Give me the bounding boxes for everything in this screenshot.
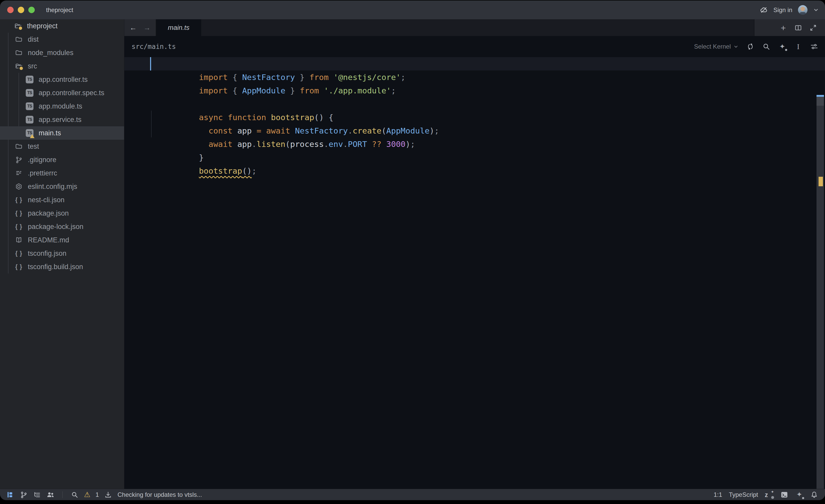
collaboration-icon[interactable]: [46, 491, 55, 499]
sidebar-item-tsconfig[interactable]: { } tsconfig.json: [0, 247, 124, 260]
divider: [62, 491, 63, 498]
git-branch-icon: [15, 156, 23, 164]
edit-prediction-icon[interactable]: z ✦: [765, 491, 773, 499]
download-icon: [104, 491, 112, 499]
typescript-file-icon: TS: [26, 76, 33, 83]
code-line[interactable]: import { AppModule } from './app.module'…: [124, 71, 825, 84]
typescript-file-icon: TS: [26, 89, 33, 97]
sidebar-item-main-ts[interactable]: TS main.ts: [0, 126, 124, 140]
code-line[interactable]: import { NestFactory } from '@nestjs/cor…: [124, 57, 825, 71]
warning-underline: bootstrap(): [199, 166, 252, 175]
sidebar-item-app-service[interactable]: TS app.service.ts: [0, 113, 124, 126]
tab-bar: ← → main.ts +: [124, 19, 825, 36]
cursor-position[interactable]: 1:1: [714, 491, 722, 498]
indent-guide: [151, 111, 152, 138]
ibeam-cursor-icon[interactable]: I: [794, 43, 802, 51]
project-root-label: theproject: [27, 22, 58, 30]
git-branch-icon[interactable]: [19, 491, 28, 499]
json-icon: { }: [15, 263, 23, 271]
scrollbar[interactable]: [817, 95, 824, 489]
inline-assist-icon[interactable]: ✦: [778, 43, 786, 51]
editor-controls-icon[interactable]: [810, 43, 818, 51]
sidebar-item-node-modules[interactable]: node_modules: [0, 46, 124, 60]
sidebar-item-eslint-config[interactable]: eslint.config.mjs: [0, 180, 124, 193]
zoom-window-button[interactable]: [28, 7, 35, 13]
sidebar-item-dist[interactable]: dist: [0, 33, 124, 46]
avatar[interactable]: [798, 5, 808, 15]
typescript-file-icon: TS: [26, 116, 33, 123]
warning-count[interactable]: 1: [95, 491, 99, 498]
git-modified-triangle: [30, 134, 34, 138]
sidebar-item-readme[interactable]: README.md: [0, 233, 124, 247]
git-modified-dot: [18, 66, 24, 71]
scrollbar-warning-marker: [819, 177, 823, 186]
project-panel-toggle-icon[interactable]: [6, 491, 14, 499]
sign-in-button[interactable]: Sign in: [773, 6, 792, 14]
code-line[interactable]: async function bootstrap() {: [124, 97, 825, 111]
editor-toolbar: src/main.ts Select Kernel: [124, 36, 825, 57]
navigate-forward-button[interactable]: →: [143, 24, 151, 31]
breadcrumb[interactable]: src/main.ts: [132, 43, 176, 51]
kernel-selector-dropdown[interactable]: Select Kernel: [694, 43, 739, 50]
project-panel: theproject dist node_modules: [0, 19, 124, 489]
expand-icon[interactable]: [809, 24, 817, 32]
sidebar-item-tsconfig-build[interactable]: { } tsconfig.build.json: [0, 260, 124, 273]
typescript-file-icon: TS: [26, 102, 33, 110]
sidebar-item-test[interactable]: test: [0, 140, 124, 153]
code-line[interactable]: }: [124, 138, 825, 151]
activity-message: Checking for updates to vtsls...: [118, 491, 202, 498]
json-icon: { }: [15, 196, 23, 204]
minimize-window-button[interactable]: [18, 7, 24, 13]
git-modified-dot: [18, 25, 23, 31]
code-line[interactable]: await app.listen(process.env.PORT ?? 300…: [124, 124, 825, 138]
tab-strip: [201, 19, 754, 36]
json-icon: { }: [15, 223, 23, 231]
sidebar-item-package-lock[interactable]: { } package-lock.json: [0, 220, 124, 233]
code-line[interactable]: [124, 84, 825, 97]
warning-icon[interactable]: ⚠: [84, 491, 90, 498]
json-icon: { }: [15, 209, 23, 217]
bell-icon[interactable]: [810, 491, 818, 499]
project-root[interactable]: theproject: [0, 19, 124, 33]
sidebar-item-app-module[interactable]: TS app.module.ts: [0, 100, 124, 113]
folder-open-icon: [14, 22, 22, 30]
scrollbar-cursor-marker: [817, 95, 824, 97]
cloud-offline-icon: [760, 6, 768, 14]
prettier-icon: [15, 169, 23, 177]
folder-open-icon: [15, 62, 23, 70]
sidebar-item-src[interactable]: src: [0, 60, 124, 73]
folder-icon: [15, 49, 23, 57]
sidebar-item-package-json[interactable]: { } package.json: [0, 206, 124, 220]
json-icon: { }: [15, 250, 23, 257]
tab-main-ts[interactable]: main.ts: [156, 19, 201, 36]
tab-navigation: ← →: [124, 19, 156, 36]
new-tab-button[interactable]: +: [779, 24, 788, 32]
book-icon: [15, 236, 23, 244]
assistant-icon[interactable]: ✦: [795, 491, 803, 499]
file-tree: dist node_modules src TS app.controller.…: [0, 33, 124, 273]
split-pane-icon[interactable]: [794, 24, 802, 32]
sidebar-item-app-controller[interactable]: TS app.controller.ts: [0, 73, 124, 86]
folder-icon: [15, 35, 23, 43]
terminal-icon[interactable]: [780, 491, 789, 499]
navigate-back-button[interactable]: ←: [130, 24, 137, 31]
code-line[interactable]: const app = await NestFactory.create(App…: [124, 111, 825, 124]
code-line[interactable]: bootstrap();: [124, 151, 825, 164]
chevron-down-icon[interactable]: [813, 7, 819, 13]
search-icon[interactable]: [762, 43, 770, 51]
zed-window: theproject Sign in: [0, 1, 825, 500]
traffic-lights: [0, 7, 35, 13]
sidebar-item-app-controller-spec[interactable]: TS app.controller.spec.ts: [0, 86, 124, 100]
outline-panel-icon[interactable]: [33, 491, 41, 499]
sidebar-item-prettierrc[interactable]: .prettierrc: [0, 166, 124, 180]
diagnostics-search-icon[interactable]: [71, 491, 79, 499]
repl-icon[interactable]: [746, 43, 754, 51]
sidebar-item-nest-cli[interactable]: { } nest-cli.json: [0, 193, 124, 206]
sidebar-item-gitignore[interactable]: .gitignore: [0, 153, 124, 166]
editor-pane: ← → main.ts + src/main.: [124, 19, 825, 489]
typescript-file-icon: TS: [26, 129, 33, 137]
tab-actions: +: [754, 19, 825, 36]
language-selector[interactable]: TypeScript: [729, 491, 758, 498]
close-window-button[interactable]: [7, 7, 14, 13]
code-editor[interactable]: import { NestFactory } from '@nestjs/cor…: [124, 57, 825, 489]
